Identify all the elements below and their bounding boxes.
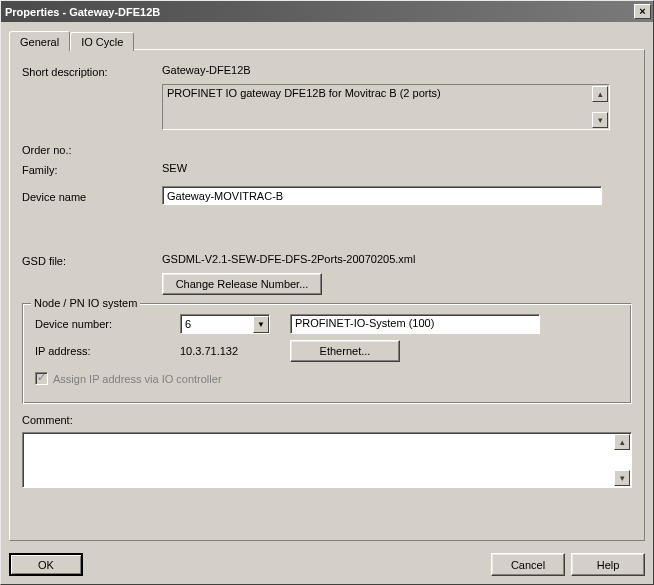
- short-description-detail: PROFINET IO gateway DFE12B for Movitrac …: [167, 87, 441, 99]
- dialog-button-bar: OK Cancel Help: [1, 547, 653, 584]
- short-description-detail-box: PROFINET IO gateway DFE12B for Movitrac …: [162, 84, 610, 130]
- ok-button[interactable]: OK: [9, 553, 83, 576]
- label-short-description: Short description:: [22, 64, 162, 78]
- window-title: Properties - Gateway-DFE12B: [5, 6, 634, 18]
- family-value: SEW: [162, 162, 632, 174]
- device-number-value: 6: [185, 318, 191, 330]
- label-device-name: Device name: [22, 189, 162, 203]
- scroll-down-icon[interactable]: ▾: [592, 112, 608, 128]
- node-pnio-group: Node / PN IO system Device number: 6 ▼ P…: [22, 303, 632, 404]
- chevron-down-icon: ▼: [253, 316, 269, 333]
- label-device-number: Device number:: [35, 318, 180, 330]
- short-description-value: Gateway-DFE12B: [162, 64, 632, 76]
- scroll-up-icon[interactable]: ▴: [592, 86, 608, 102]
- tab-strip: General IO Cycle: [9, 31, 645, 50]
- properties-dialog: Properties - Gateway-DFE12B × General IO…: [0, 0, 654, 585]
- label-gsd-file: GSD file:: [22, 253, 162, 267]
- cancel-button[interactable]: Cancel: [491, 553, 565, 576]
- tab-io-cycle[interactable]: IO Cycle: [70, 32, 134, 51]
- device-number-select[interactable]: 6 ▼: [180, 314, 270, 334]
- label-family: Family:: [22, 162, 162, 176]
- scroll-down-icon[interactable]: ▾: [614, 470, 630, 486]
- assign-ip-checkbox: [35, 372, 48, 385]
- ip-address-value: 10.3.71.132: [180, 345, 290, 357]
- help-button[interactable]: Help: [571, 553, 645, 576]
- label-order-no: Order no.:: [22, 142, 162, 156]
- label-ip-address: IP address:: [35, 345, 180, 357]
- change-release-number-button[interactable]: Change Release Number...: [162, 273, 322, 295]
- pn-io-system-field: PROFINET-IO-System (100): [290, 314, 540, 334]
- gsd-file-value: GSDML-V2.1-SEW-DFE-DFS-2Ports-20070205.x…: [162, 253, 632, 265]
- close-button[interactable]: ×: [634, 4, 651, 19]
- tabpanel-general: Short description: Gateway-DFE12B PROFIN…: [9, 49, 645, 541]
- scroll-up-icon[interactable]: ▴: [614, 434, 630, 450]
- comment-textarea[interactable]: ▴ ▾: [22, 432, 632, 488]
- label-assign-ip: Assign IP address via IO controller: [53, 373, 222, 385]
- client-area: General IO Cycle Short description: Gate…: [1, 22, 653, 547]
- label-comment: Comment:: [22, 414, 73, 426]
- device-name-input[interactable]: [162, 186, 602, 205]
- tab-general[interactable]: General: [9, 31, 70, 51]
- titlebar: Properties - Gateway-DFE12B ×: [1, 1, 653, 22]
- node-pnio-legend: Node / PN IO system: [31, 297, 140, 309]
- ethernet-button[interactable]: Ethernet...: [290, 340, 400, 362]
